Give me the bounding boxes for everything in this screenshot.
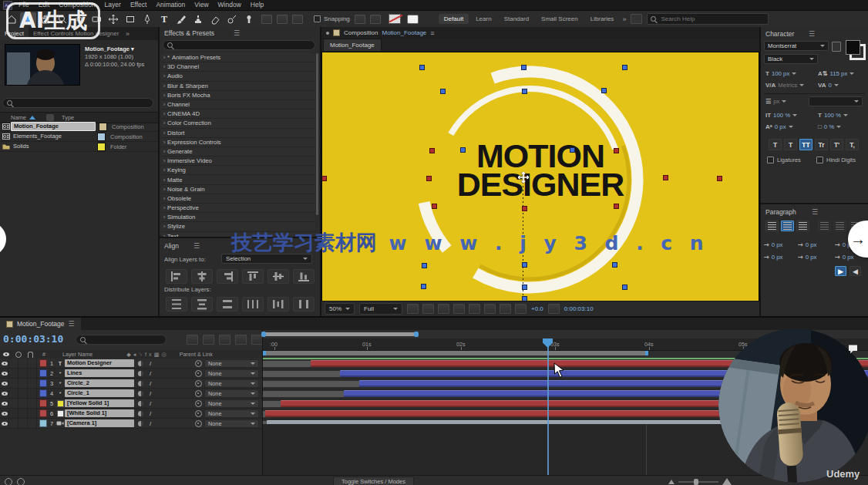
hide-shy-layers-icon[interactable]	[219, 335, 230, 345]
font-size-control[interactable]: T100 px	[765, 70, 796, 77]
zoom-slider-thumb[interactable]	[694, 479, 698, 485]
faux-style-button-5[interactable]: T,	[846, 139, 859, 150]
layer-visibility-toggle[interactable]	[0, 419, 9, 428]
effects-category[interactable]: ›3D Channel	[161, 62, 315, 72]
layer-switches[interactable]: /	[134, 390, 195, 397]
composition-name[interactable]: Motion_Footage	[382, 29, 426, 36]
baseline-shift-control[interactable]: Aᵃ0 px	[765, 123, 793, 130]
timeline-search-box[interactable]	[76, 335, 167, 345]
first-line-indent-field[interactable]: ⇾0 px	[764, 254, 782, 261]
parent-pickwhip-icon[interactable]	[195, 370, 202, 377]
hindi-digits-checkbox[interactable]: Hindi Digits	[816, 157, 856, 163]
layer-lock-toggle[interactable]	[28, 389, 37, 398]
effects-category[interactable]: ›Perspective	[161, 204, 315, 213]
project-item[interactable]: Elements_FootageComposition	[0, 132, 158, 142]
layer-row[interactable]: 7[Camera 1]/None	[0, 419, 262, 429]
crosshair-icon[interactable]	[355, 15, 365, 24]
layer-lock-toggle[interactable]	[28, 399, 37, 408]
workspace-tab-small-screen[interactable]: Small Screen	[536, 14, 584, 24]
layer-parent-dropdown[interactable]: None	[204, 369, 259, 378]
fast-previews-icon[interactable]	[515, 304, 527, 314]
layer-color-label[interactable]	[39, 389, 47, 397]
layer-lock-toggle[interactable]	[28, 409, 37, 418]
layer-parent-dropdown[interactable]: None	[204, 409, 259, 418]
layer-solo-toggle[interactable]	[19, 379, 28, 388]
ligatures-checkbox[interactable]: Ligatures	[767, 157, 801, 163]
timeline-tab[interactable]: Motion_Footage ☰	[0, 318, 81, 330]
project-item[interactable]: Motion_FootageComposition	[0, 122, 158, 132]
layer-switches[interactable]: /	[134, 420, 195, 427]
parent-pickwhip-icon[interactable]	[195, 420, 202, 427]
parent-pickwhip-icon[interactable]	[195, 400, 202, 407]
distribute-horizontal-center-button[interactable]	[267, 297, 289, 312]
layer-audio-toggle[interactable]	[9, 419, 19, 428]
brush-tool[interactable]	[173, 12, 189, 25]
snapping-control[interactable]: Snapping	[314, 15, 350, 22]
layer-row[interactable]: 1TMotion Designer/None	[0, 359, 262, 369]
mask-mode-icon[interactable]	[277, 15, 288, 24]
grid-guides-icon[interactable]	[438, 304, 449, 314]
zoom-in-icon[interactable]	[722, 478, 732, 485]
layer-name[interactable]: [Camera 1]	[65, 419, 134, 427]
label-color-swatch[interactable]	[97, 133, 106, 141]
effects-category[interactable]: ›Blur & Sharpen	[161, 82, 315, 91]
layer-solo-toggle[interactable]	[19, 419, 28, 428]
tracking-control[interactable]: VA0	[818, 82, 839, 89]
effects-category[interactable]: ›Keying	[161, 166, 315, 175]
clone-stamp-tool[interactable]	[190, 12, 206, 25]
viewer-tab[interactable]: Motion_Footage	[323, 39, 382, 51]
align-left-button[interactable]	[765, 221, 779, 231]
effects-scrollbar[interactable]	[316, 53, 318, 215]
quality-switch[interactable]	[138, 381, 143, 386]
justify-last-center-button[interactable]	[833, 221, 846, 231]
effects-category[interactable]: ›Noise & Grain	[161, 185, 315, 194]
time-navigator-bar[interactable]	[263, 332, 417, 336]
layer-switches[interactable]: /	[134, 410, 195, 417]
faux-style-button-3[interactable]: Tr	[815, 139, 828, 150]
font-style-dropdown[interactable]: Black	[764, 54, 818, 64]
faux-style-button-0[interactable]: T	[769, 139, 782, 150]
align-bottom-button[interactable]	[293, 269, 315, 284]
font-family-dropdown[interactable]: Montserrat	[764, 41, 829, 51]
align-left-button[interactable]	[166, 269, 187, 284]
layer-name[interactable]: Circle_2	[65, 379, 134, 387]
effects-category[interactable]: ›*Animation Presets	[161, 53, 315, 62]
resolution-dropdown[interactable]: Full	[359, 303, 402, 315]
layer-name[interactable]: Circle_1	[65, 389, 134, 397]
layer-parent-dropdown[interactable]: None	[204, 399, 259, 408]
distribute-horizontal-right-button[interactable]	[293, 297, 315, 312]
layer-color-label[interactable]	[39, 359, 47, 367]
pixel-aspect-icon[interactable]	[500, 304, 511, 314]
layer-color-label[interactable]	[39, 399, 47, 407]
help-search-input[interactable]	[659, 15, 755, 23]
quality-switch[interactable]	[138, 391, 143, 396]
zoom-out-icon[interactable]	[668, 480, 675, 484]
distribute-vertical-center-button[interactable]	[191, 297, 213, 312]
effects-category[interactable]: ›Boris FX Mocha	[161, 91, 315, 100]
layer-solo-toggle[interactable]	[19, 389, 28, 398]
align-center-button[interactable]	[781, 221, 794, 231]
layer-name[interactable]: [White Solid 1]	[65, 409, 134, 417]
layer-visibility-toggle[interactable]	[0, 379, 9, 388]
workspace-tab-libraries[interactable]: Libraries	[585, 14, 620, 24]
effects-category[interactable]: ›Generate	[161, 147, 315, 157]
layer-audio-toggle[interactable]	[9, 409, 19, 418]
grid-option-icon[interactable]	[370, 15, 381, 24]
kerning-control[interactable]: V/AMetrics	[765, 82, 804, 89]
vertical-scale-control[interactable]: IT100 %	[765, 112, 797, 119]
layer-switches[interactable]: /	[134, 370, 195, 377]
effects-category[interactable]: ›Color Correction	[161, 119, 315, 128]
composition-mini-flowchart-icon[interactable]	[187, 335, 198, 345]
fill-swatch[interactable]	[846, 40, 860, 55]
faux-style-button-1[interactable]: T	[784, 139, 797, 150]
project-tab-chevron[interactable]: »	[126, 30, 130, 38]
stroke-style-dropdown[interactable]	[809, 96, 863, 106]
layer-name[interactable]: [Yellow Solid 1]	[65, 399, 134, 407]
menu-item-animation[interactable]: Animation	[151, 0, 190, 10]
panel-menu-icon[interactable]: ☰	[234, 29, 240, 37]
menu-item-window[interactable]: Window	[214, 0, 246, 10]
magnification-dropdown[interactable]: 50%	[325, 303, 355, 315]
layer-color-label[interactable]	[39, 419, 47, 427]
layer-row[interactable]: 3*Circle_2/None	[0, 379, 262, 389]
work-area-bar[interactable]	[263, 351, 648, 355]
